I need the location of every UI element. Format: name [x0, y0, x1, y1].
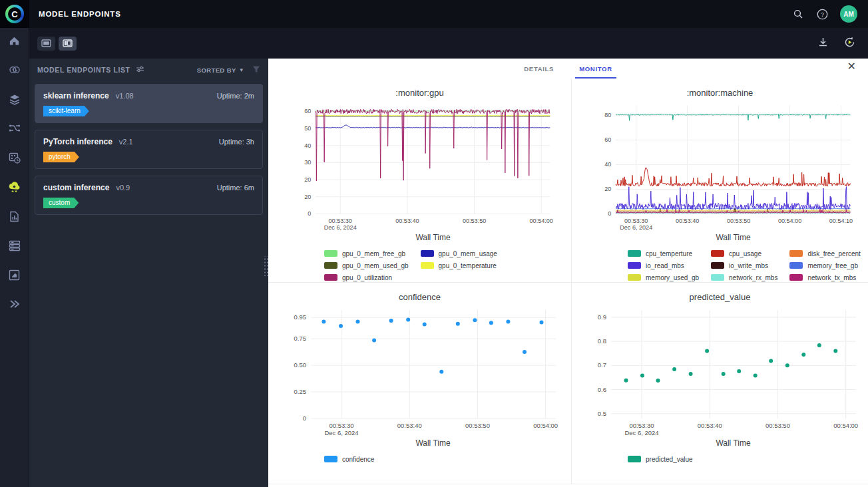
chart-predicted-value: predicted_value00:53:30Dec 6, 202400:53:…: [572, 283, 868, 484]
chart-title: predicted_value: [690, 292, 751, 302]
sorted-by-label: SORTED BY: [197, 67, 236, 74]
svg-text:30: 30: [304, 159, 311, 166]
page-title: MODEL ENDPOINTS: [39, 10, 121, 18]
legend-label: cpu_temperture: [646, 250, 692, 257]
legend-item[interactable]: gpu_0_utilization: [324, 273, 409, 282]
legend-item[interactable]: cpu_usage: [711, 249, 777, 258]
data-point: [523, 350, 527, 354]
legend-item[interactable]: io_read_mbs: [628, 261, 699, 270]
toolbar-actions: [817, 36, 868, 51]
endpoint-card-sklearn[interactable]: sklearn inference v1.08 Uptime: 2m sciki…: [35, 84, 263, 123]
svg-text:00:53:40: 00:53:40: [697, 422, 722, 429]
customize-columns-icon[interactable]: [136, 64, 144, 76]
expand-icon[interactable]: [8, 298, 21, 310]
endpoint-uptime: Uptime: 2m: [217, 92, 254, 100]
svg-text:0: 0: [302, 414, 306, 422]
svg-text:Dec 6, 2024: Dec 6, 2024: [620, 224, 652, 231]
legend-item[interactable]: memory_used_gb: [628, 273, 699, 282]
app-window: C MODEL ENDPOINTS ? AM: [0, 0, 868, 487]
legend-swatch: [324, 456, 337, 462]
orchestration-icon[interactable]: [8, 152, 21, 164]
pipelines-icon[interactable]: [8, 122, 21, 134]
search-icon[interactable]: [792, 8, 804, 20]
split-view-button[interactable]: [59, 37, 77, 51]
legend-label: predicted_value: [646, 456, 693, 463]
legend-item[interactable]: gpu_0_mem_free_gb: [324, 249, 409, 258]
legend-item[interactable]: predicted_value: [628, 454, 693, 464]
svg-text:00:53:30: 00:53:30: [624, 218, 648, 224]
legend-swatch: [324, 262, 337, 269]
data-point: [640, 374, 644, 378]
legend-label: disk_free_percent: [807, 250, 861, 257]
endpoint-tag: scikit-learn: [43, 106, 89, 116]
auto-refresh-icon[interactable]: [843, 36, 856, 51]
data-point: [372, 339, 376, 343]
endpoint-card-custom[interactable]: custom inference v0.9 Uptime: 6m custom: [35, 176, 263, 215]
legend-item[interactable]: disk_free_percent: [789, 249, 861, 258]
home-icon[interactable]: [8, 35, 21, 47]
list-title: MODEL ENDPOINTS LIST: [37, 66, 130, 74]
legend-label: gpu_0_mem_free_gb: [342, 250, 405, 257]
legend-item[interactable]: confidence: [324, 454, 374, 464]
avatar[interactable]: AM: [840, 5, 857, 23]
legend-swatch: [789, 250, 803, 257]
legend-item[interactable]: io_write_mbs: [711, 261, 777, 270]
svg-text:0: 0: [608, 210, 611, 217]
series-line-memory_free_gb: [615, 208, 849, 209]
legend-swatch: [421, 250, 434, 257]
data-point: [785, 363, 789, 367]
svg-text:60: 60: [304, 108, 311, 114]
data-point: [705, 349, 709, 353]
data-point: [833, 349, 837, 353]
panel-resize-handle[interactable]: [263, 256, 269, 276]
projects-icon[interactable]: [8, 64, 21, 76]
legend-item[interactable]: cpu_temperture: [628, 249, 699, 258]
chart-title: confidence: [399, 292, 441, 302]
legend-item[interactable]: gpu_0_mem_used_gb: [324, 261, 409, 270]
endpoint-name: custom inference: [43, 183, 109, 192]
legend-swatch: [628, 274, 641, 281]
legend-label: confidence: [342, 456, 374, 463]
svg-text:00:53:40: 00:53:40: [395, 218, 419, 224]
applications-icon[interactable]: [8, 269, 21, 281]
legend-item[interactable]: gpu_0_mem_usage: [421, 249, 497, 258]
logo-letter: C: [8, 7, 21, 21]
filter-icon[interactable]: [252, 64, 260, 76]
legend-swatch: [711, 274, 724, 281]
svg-text:Dec 6, 2024: Dec 6, 2024: [324, 224, 356, 231]
close-icon[interactable]: ✕: [847, 61, 856, 72]
svg-text:00:54:10: 00:54:10: [829, 218, 852, 224]
chart-title: :monitor:machine: [687, 88, 754, 98]
data-point: [688, 372, 692, 376]
endpoint-version: v2.1: [119, 138, 133, 146]
x-axis-label: Wall Time: [689, 438, 750, 448]
legend-item[interactable]: gpu_0_temperature: [421, 261, 497, 270]
model-serving-icon[interactable]: [8, 181, 21, 193]
workers-queues-icon[interactable]: [8, 240, 21, 251]
svg-text:20: 20: [304, 176, 311, 183]
chart-plot-area[interactable]: 00:53:30Dec 6, 202400:53:4000:53:5000:54…: [575, 303, 865, 440]
legend-item[interactable]: network_rx_mbs: [711, 273, 777, 282]
download-icon[interactable]: [817, 37, 829, 51]
tab-monitor[interactable]: MONITOR: [575, 59, 616, 79]
reports-icon[interactable]: [8, 210, 21, 222]
chart-plot-area[interactable]: 00:53:30Dec 6, 202400:53:4000:53:5000:54…: [275, 303, 565, 440]
chart-monitor-gpu: :monitor:gpu00:53:30Dec 6, 202400:53:400…: [268, 79, 572, 283]
legend-swatch: [711, 262, 724, 269]
series-line-cpu_usage: [615, 168, 849, 186]
chart-plot-area[interactable]: 00:53:30Dec 6, 202400:53:4000:53:5000:54…: [575, 99, 865, 234]
data-point: [439, 370, 443, 374]
chevron-down-icon: ▼: [239, 67, 244, 73]
table-view-button[interactable]: [37, 37, 55, 51]
help-icon[interactable]: ?: [816, 8, 828, 20]
sorted-by-dropdown[interactable]: SORTED BY ▼: [197, 67, 244, 74]
legend-swatch: [628, 250, 641, 257]
chart-plot-area[interactable]: 00:53:30Dec 6, 202400:53:4000:53:5000:54…: [275, 99, 565, 234]
legend-item[interactable]: memory_free_gb: [789, 261, 861, 270]
clearml-logo[interactable]: C: [0, 0, 29, 28]
datasets-icon[interactable]: [8, 93, 21, 105]
legend-label: io_write_mbs: [729, 262, 768, 269]
legend-item[interactable]: network_tx_mbs: [789, 273, 861, 282]
tab-details[interactable]: DETAILS: [520, 59, 558, 79]
endpoint-card-pytorch[interactable]: PyTorch inference v2.1 Uptime: 3h pytorc…: [35, 130, 263, 169]
